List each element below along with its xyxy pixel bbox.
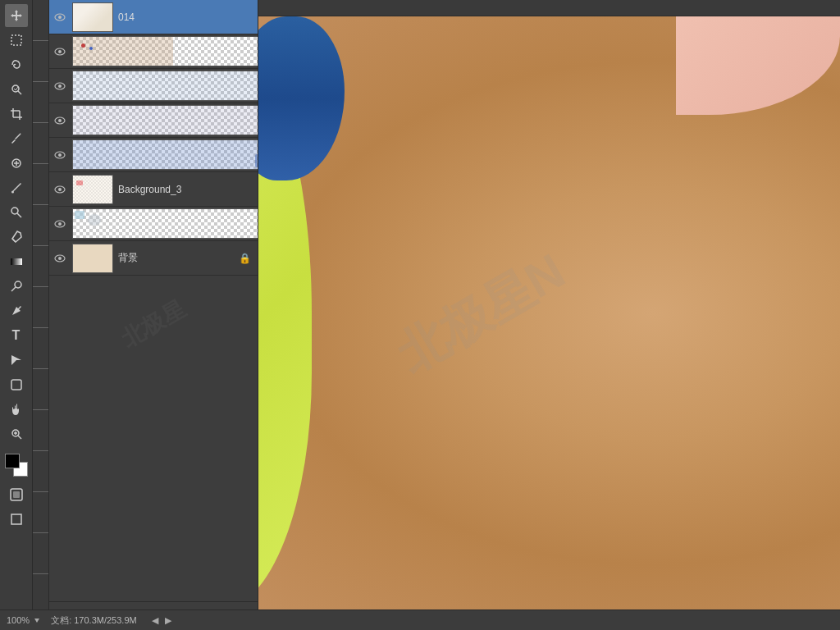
layer-name: 背景: [118, 251, 234, 265]
doc-info: 文档: 170.3M/253.9M: [51, 614, 137, 627]
svg-marker-49: [34, 619, 39, 623]
svg-rect-0: [11, 35, 21, 45]
layer-thumbnail: [72, 139, 258, 170]
ruler-left: [33, 0, 49, 609]
layer-name: 014: [118, 11, 254, 23]
dodge-tool[interactable]: [5, 275, 28, 298]
svg-line-15: [11, 287, 16, 291]
layers-list: 014 Asset 519: [49, 0, 258, 601]
layer-thumbnail: [72, 208, 258, 239]
layer-thumbnail: [72, 175, 113, 204]
quick-select-tool[interactable]: [5, 78, 28, 101]
path-select-tool[interactable]: [5, 349, 28, 372]
color-swatches[interactable]: [5, 454, 28, 477]
svg-rect-22: [13, 491, 20, 498]
layer-thumbnail: [72, 2, 113, 32]
svg-point-1: [12, 85, 19, 92]
hand-tool[interactable]: [5, 398, 28, 421]
svg-line-18: [18, 436, 21, 439]
svg-point-39: [58, 257, 62, 260]
status-bar: 100% 文档: 170.3M/253.9M ◀ ▶: [0, 609, 840, 630]
layer-thumbnail: [72, 71, 258, 101]
layer-item[interactable]: Background_7: [49, 207, 258, 241]
svg-point-29: [58, 84, 62, 88]
eraser-tool[interactable]: [5, 226, 28, 249]
layer-visibility-icon[interactable]: [52, 10, 67, 25]
layer-thumbnail: [72, 244, 113, 273]
svg-point-27: [58, 50, 62, 53]
svg-point-25: [58, 16, 62, 19]
layer-item[interactable]: 014: [49, 0, 258, 34]
heal-tool[interactable]: [5, 152, 28, 175]
eyedropper-tool[interactable]: [5, 127, 28, 150]
layer-lock-icon: 🔒: [239, 253, 251, 264]
clone-tool[interactable]: [5, 201, 28, 224]
brush-tool[interactable]: [5, 176, 28, 199]
screen-mode[interactable]: [5, 508, 28, 531]
layer-item[interactable]: Asset 519: [49, 34, 258, 69]
text-icon: T: [12, 328, 21, 343]
pen-tool[interactable]: [5, 299, 28, 322]
crop-tool[interactable]: [5, 103, 28, 126]
layer-name: Background_3: [118, 184, 254, 195]
svg-point-11: [11, 208, 18, 214]
doc-size: 文档: 170.3M/253.9M: [51, 614, 137, 627]
prev-page-button[interactable]: ◀: [150, 615, 160, 626]
svg-point-33: [58, 153, 62, 157]
layer-thumbnail: [72, 105, 258, 135]
svg-rect-23: [11, 514, 21, 524]
layers-panel: 014 Asset 519: [49, 0, 258, 630]
text-tool[interactable]: T: [5, 324, 28, 347]
quick-mask-tool[interactable]: [5, 483, 28, 506]
svg-line-2: [18, 91, 21, 94]
layer-visibility-icon[interactable]: [52, 44, 67, 59]
zoom-value: 100%: [7, 615, 30, 625]
gradient-tool[interactable]: [5, 250, 28, 273]
svg-point-10: [11, 191, 14, 194]
layer-visibility-icon[interactable]: [52, 79, 67, 94]
svg-line-12: [12, 239, 16, 242]
layer-item[interactable]: 背景 🔒: [49, 241, 258, 276]
foreground-color[interactable]: [5, 454, 20, 468]
svg-point-37: [58, 222, 62, 226]
shape-tool[interactable]: [5, 373, 28, 396]
marquee-tool[interactable]: [5, 29, 28, 52]
next-page-button[interactable]: ▶: [163, 615, 173, 626]
layer-thumbnail: [72, 36, 258, 66]
layer-visibility-icon[interactable]: [52, 148, 67, 162]
zoom-tool[interactable]: [5, 422, 28, 445]
svg-point-35: [58, 188, 62, 191]
move-tool[interactable]: [5, 4, 28, 27]
layer-item[interactable]: Background_8: [49, 138, 258, 172]
layer-visibility-icon[interactable]: [52, 251, 67, 266]
layer-visibility-icon[interactable]: [52, 182, 67, 197]
zoom-arrow-icon: [33, 616, 41, 624]
left-toolbar: T: [0, 0, 33, 630]
svg-point-31: [58, 119, 62, 122]
lasso-tool[interactable]: [5, 53, 28, 76]
zoom-level: 100%: [7, 615, 41, 625]
layer-item[interactable]: 矢量智能对象: [49, 69, 258, 103]
layer-visibility-icon[interactable]: [52, 113, 67, 128]
layer-visibility-icon[interactable]: [52, 217, 67, 231]
svg-point-14: [15, 281, 21, 288]
layer-item[interactable]: 矢量智能对象: [49, 103, 258, 138]
svg-rect-13: [11, 258, 22, 265]
svg-rect-16: [11, 380, 21, 390]
layer-item[interactable]: Background_3: [49, 172, 258, 207]
